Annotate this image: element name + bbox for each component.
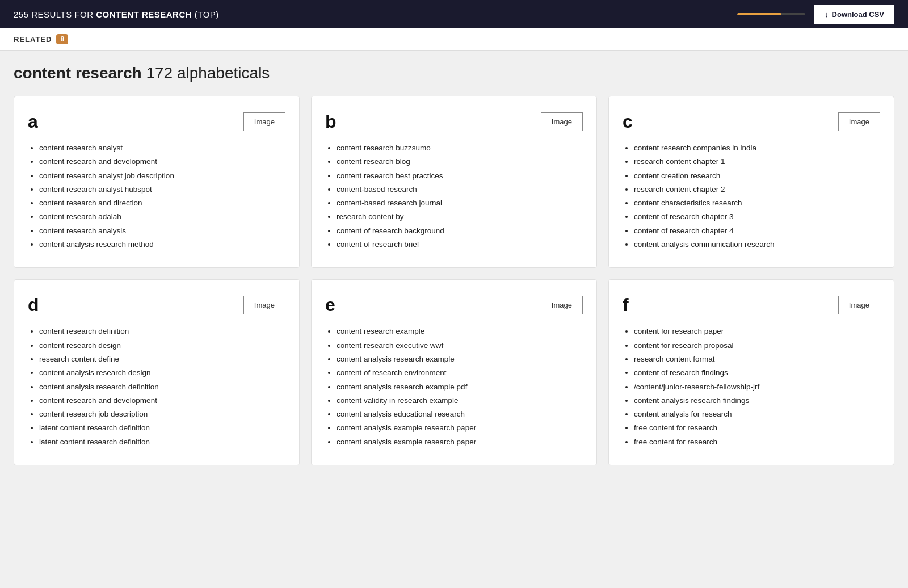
top-bar-right: ↓ Download CSV	[737, 5, 894, 24]
card-list-d: content research definitioncontent resea…	[28, 325, 285, 449]
heading-rest: 172 alphabeticals	[142, 64, 270, 82]
list-item[interactable]: content of research findings	[634, 366, 880, 380]
progress-bar-fill	[737, 13, 781, 15]
card-letter-c: c	[623, 112, 633, 131]
list-item[interactable]: research content define	[39, 352, 285, 366]
list-item[interactable]: content analysis research design	[39, 366, 285, 380]
top-bar: 255 RESULTS FOR CONTENT RESEARCH (TOP) ↓…	[0, 0, 908, 28]
list-item[interactable]: content research and development	[39, 155, 285, 169]
results-summary: 255 RESULTS FOR CONTENT RESEARCH (TOP)	[14, 10, 219, 19]
list-item[interactable]: content of research chapter 3	[634, 210, 880, 224]
list-item[interactable]: content of research background	[337, 224, 583, 238]
list-item[interactable]: content research analyst	[39, 141, 285, 155]
list-item[interactable]: research content chapter 1	[634, 155, 880, 169]
list-item[interactable]: content for research proposal	[634, 339, 880, 352]
page-heading: content research 172 alphabeticals	[14, 64, 894, 82]
list-item[interactable]: content-based research	[337, 183, 583, 196]
list-item[interactable]: content-based research journal	[337, 196, 583, 210]
download-icon: ↓	[825, 10, 829, 19]
download-csv-label: Download CSV	[832, 10, 884, 19]
card-image-button-f[interactable]: Image	[838, 296, 880, 314]
card-d: dImagecontent research definitioncontent…	[14, 279, 300, 465]
card-b: bImagecontent research buzzsumocontent r…	[311, 96, 597, 268]
card-e: eImagecontent research examplecontent re…	[311, 279, 597, 465]
list-item[interactable]: content of research environment	[337, 366, 583, 380]
result-type-label: (TOP)	[195, 10, 219, 19]
list-item[interactable]: content validity in research example	[337, 394, 583, 408]
list-item[interactable]: content analysis research method	[39, 238, 285, 251]
list-item[interactable]: content research companies in india	[634, 141, 880, 155]
card-header-c: cImage	[623, 112, 880, 131]
card-list-a: content research analystcontent research…	[28, 141, 285, 251]
card-letter-f: f	[623, 296, 629, 314]
list-item[interactable]: content analysis example research paper	[337, 435, 583, 449]
list-item[interactable]: content of research brief	[337, 238, 583, 251]
list-item[interactable]: content research example	[337, 325, 583, 338]
card-image-button-a[interactable]: Image	[243, 112, 285, 131]
list-item[interactable]: content analysis communication research	[634, 238, 880, 251]
card-list-e: content research examplecontent research…	[325, 325, 583, 449]
card-a: aImagecontent research analystcontent re…	[14, 96, 300, 268]
card-list-c: content research companies in indiaresea…	[623, 141, 880, 251]
list-item[interactable]: free content for research	[634, 421, 880, 435]
card-image-button-b[interactable]: Image	[541, 112, 583, 131]
list-item[interactable]: latent content research definition	[39, 421, 285, 435]
list-item[interactable]: content research analyst job description	[39, 169, 285, 183]
list-item[interactable]: free content for research	[634, 435, 880, 449]
card-letter-a: a	[28, 112, 38, 131]
card-list-b: content research buzzsumocontent researc…	[325, 141, 583, 251]
download-csv-button[interactable]: ↓ Download CSV	[814, 5, 894, 24]
card-letter-b: b	[325, 112, 337, 131]
card-list-f: content for research papercontent for re…	[623, 325, 880, 449]
list-item[interactable]: content analysis example research paper	[337, 421, 583, 435]
progress-bar-container	[737, 13, 805, 15]
heading-bold: content research	[14, 64, 142, 82]
card-header-f: fImage	[623, 296, 880, 314]
list-item[interactable]: content research analyst hubspot	[39, 183, 285, 196]
results-count-label: 255 RESULTS FOR	[14, 10, 96, 19]
list-item[interactable]: content analysis research example	[337, 352, 583, 366]
list-item[interactable]: content research design	[39, 339, 285, 352]
list-item[interactable]: content analysis research findings	[634, 394, 880, 408]
card-header-b: bImage	[325, 112, 583, 131]
list-item[interactable]: content analysis research example pdf	[337, 380, 583, 394]
list-item[interactable]: content analysis research definition	[39, 380, 285, 394]
card-header-d: dImage	[28, 296, 285, 314]
card-c: cImagecontent research companies in indi…	[608, 96, 894, 268]
list-item[interactable]: research content format	[634, 352, 880, 366]
list-item[interactable]: content research adalah	[39, 210, 285, 224]
list-item[interactable]: content research executive wwf	[337, 339, 583, 352]
related-bar: RELATED 8	[0, 28, 908, 51]
list-item[interactable]: content analysis for research	[634, 408, 880, 421]
list-item[interactable]: content creation research	[634, 169, 880, 183]
list-item[interactable]: latent content research definition	[39, 435, 285, 449]
list-item[interactable]: content characteristics research	[634, 196, 880, 210]
card-f: fImagecontent for research papercontent …	[608, 279, 894, 465]
card-header-a: aImage	[28, 112, 285, 131]
card-image-button-c[interactable]: Image	[838, 112, 880, 131]
card-image-button-d[interactable]: Image	[243, 296, 285, 314]
list-item[interactable]: content research and development	[39, 394, 285, 408]
card-letter-d: d	[28, 296, 39, 314]
page-content: content research 172 alphabeticals aImag…	[0, 51, 908, 488]
list-item[interactable]: content research buzzsumo	[337, 141, 583, 155]
list-item[interactable]: content of research chapter 4	[634, 224, 880, 238]
list-item[interactable]: content research job description	[39, 408, 285, 421]
list-item[interactable]: content research definition	[39, 325, 285, 338]
list-item[interactable]: research content chapter 2	[634, 183, 880, 196]
list-item[interactable]: research content by	[337, 210, 583, 224]
list-item[interactable]: content for research paper	[634, 325, 880, 338]
list-item[interactable]: content research and direction	[39, 196, 285, 210]
list-item[interactable]: content research blog	[337, 155, 583, 169]
card-image-button-e[interactable]: Image	[541, 296, 583, 314]
list-item[interactable]: content research best practices	[337, 169, 583, 183]
cards-grid: aImagecontent research analystcontent re…	[14, 96, 894, 465]
related-label: RELATED	[14, 35, 52, 44]
list-item[interactable]: /content/junior-research-fellowship-jrf	[634, 380, 880, 394]
card-letter-e: e	[325, 296, 335, 314]
search-term-label: CONTENT RESEARCH	[96, 10, 192, 19]
list-item[interactable]: content analysis educational research	[337, 408, 583, 421]
list-item[interactable]: content research analysis	[39, 224, 285, 238]
card-header-e: eImage	[325, 296, 583, 314]
related-badge[interactable]: 8	[56, 34, 68, 44]
